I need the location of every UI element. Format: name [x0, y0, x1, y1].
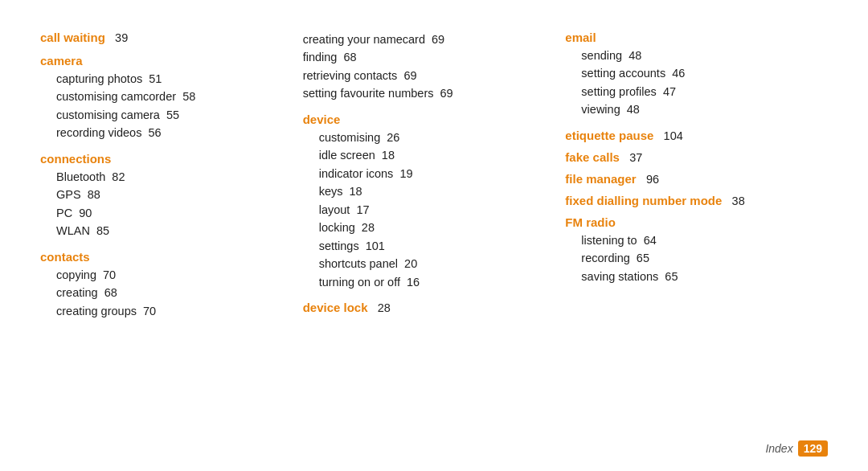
item-setting-favourite-numbers: setting favourite numbers 69 — [303, 84, 550, 102]
item-listening-to: listening to 64 — [581, 231, 812, 249]
heading-fixed-dialling: fixed dialling number mode — [565, 194, 722, 207]
item-layout: layout 17 — [319, 201, 550, 219]
section-email: email sending 48 setting accounts 46 set… — [565, 31, 812, 119]
item-indicator-icons: indicator icons 19 — [319, 165, 550, 182]
item-gps: GPS 88 — [56, 186, 287, 203]
column-1: call waiting 39 camera capturing photos … — [40, 31, 303, 440]
item-customising-camcorder: customising camcorder 58 — [56, 88, 287, 105]
item-locking: locking 28 — [319, 219, 550, 236]
section-device: device customising 26 idle screen 18 ind… — [303, 113, 550, 291]
footer-label: Index — [765, 442, 792, 455]
item-setting-profiles: setting profiles 47 — [581, 83, 812, 100]
section-contacts: contacts copying 70 creating 68 creating… — [40, 250, 287, 320]
page-file-manager: 96 — [640, 173, 659, 186]
item-wlan: WLAN 85 — [56, 222, 287, 240]
item-saving-stations: saving stations 65 — [581, 268, 812, 285]
heading-etiquette-pause: etiquette pause — [565, 129, 653, 142]
heading-contacts: contacts — [40, 250, 287, 264]
item-idle-screen: idle screen 18 — [319, 146, 550, 164]
heading-fm-radio: FM radio — [565, 215, 812, 229]
section-call-waiting: call waiting 39 — [40, 31, 287, 44]
item-recording-videos: recording videos 56 — [56, 124, 287, 141]
section-connections: connections Bluetooth 82 GPS 88 PC 90 WL… — [40, 152, 287, 240]
item-settings: settings 101 — [319, 237, 550, 255]
section-file-manager: file manager 96 — [565, 172, 812, 186]
section-contacts-continued: creating your namecard 69 finding 68 ret… — [303, 31, 550, 103]
section-fake-calls: fake calls 37 — [565, 150, 812, 164]
item-creating: creating 68 — [56, 284, 287, 301]
item-setting-accounts: setting accounts 46 — [581, 64, 812, 82]
heading-connections: connections — [40, 152, 287, 166]
item-turning-on-off: turning on or off 16 — [319, 273, 550, 291]
heading-email: email — [565, 31, 812, 44]
page-device-lock: 28 — [371, 301, 391, 314]
item-recording: recording 65 — [581, 249, 812, 267]
item-shortcuts-panel: shortcuts panel 20 — [319, 255, 550, 272]
item-capturing-photos: capturing photos 51 — [56, 70, 287, 88]
section-etiquette-pause: etiquette pause 104 — [565, 129, 812, 142]
page-fixed-dialling: 38 — [726, 195, 745, 207]
heading-camera: camera — [40, 54, 287, 68]
page-content: call waiting 39 camera capturing photos … — [0, 0, 868, 471]
page-fake-calls: 37 — [623, 151, 642, 164]
item-copying: copying 70 — [56, 266, 287, 284]
item-creating-groups: creating groups 70 — [56, 302, 287, 320]
column-3: email sending 48 setting accounts 46 set… — [565, 31, 828, 440]
column-2: creating your namecard 69 finding 68 ret… — [303, 31, 566, 440]
item-creating-namecard: creating your namecard 69 — [303, 31, 550, 48]
item-retrieving-contacts: retrieving contacts 69 — [303, 67, 550, 84]
item-customising-camera: customising camera 55 — [56, 106, 287, 124]
section-fm-radio: FM radio listening to 64 recording 65 sa… — [565, 215, 812, 285]
footer: Index 129 — [765, 440, 828, 457]
footer-page-number: 129 — [798, 440, 828, 457]
heading-fake-calls: fake calls — [565, 150, 620, 164]
page-call-waiting: 39 — [108, 31, 128, 44]
item-finding: finding 68 — [303, 48, 550, 66]
item-pc: PC 90 — [56, 204, 287, 222]
heading-device-lock: device lock — [303, 301, 368, 314]
item-sending: sending 48 — [581, 47, 812, 64]
item-viewing: viewing 48 — [581, 100, 812, 118]
heading-file-manager: file manager — [565, 172, 636, 186]
heading-device: device — [303, 113, 550, 126]
heading-call-waiting: call waiting — [40, 31, 105, 44]
item-keys: keys 18 — [319, 182, 550, 200]
section-fixed-dialling: fixed dialling number mode 38 — [565, 194, 812, 207]
item-bluetooth: Bluetooth 82 — [56, 168, 287, 186]
section-camera: camera capturing photos 51 customising c… — [40, 54, 287, 142]
page-etiquette-pause: 104 — [657, 129, 683, 142]
section-device-lock: device lock 28 — [303, 301, 550, 314]
item-customising: customising 26 — [319, 129, 550, 146]
